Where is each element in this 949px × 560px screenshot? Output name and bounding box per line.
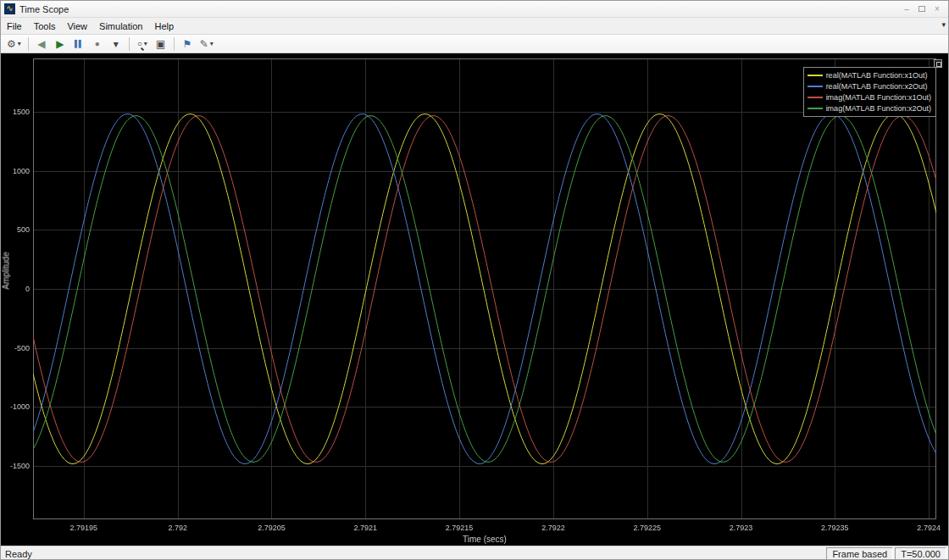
menubar: FileToolsViewSimulationHelp▾ [1,18,948,35]
play-button[interactable]: ▶ [52,36,69,52]
legend[interactable]: real(MATLAB Function:x1Out)real(MATLAB F… [803,67,936,117]
time-scope-window: ∿ Time Scope – × FileToolsViewSimulation… [0,0,949,560]
titlebar[interactable]: ∿ Time Scope – × [1,1,948,18]
window-title: Time Scope [19,4,69,14]
legend-line-sample [807,108,823,109]
pin-legend-button[interactable]: ⚑ [179,36,196,52]
maximize-icon [918,6,925,12]
rewind-icon: ◀ [37,36,45,52]
chevron-down-icon: ▾ [114,36,119,52]
toolbar-separator [129,37,130,51]
close-button[interactable]: × [930,3,945,16]
stop-button[interactable]: ● [89,36,106,52]
app-icon: ∿ [4,3,15,14]
menu-view[interactable]: View [61,19,93,33]
legend-line-sample [807,75,823,76]
gear-icon: ⚙ [7,36,16,52]
scope-plot-canvas[interactable] [1,53,949,546]
pause-button[interactable]: ▌▌ [70,36,87,52]
legend-item[interactable]: imag(MATLAB Function:x2Out) [807,103,931,114]
pause-icon: ▌▌ [75,36,82,52]
legend-label: real(MATLAB Function:x2Out) [826,82,928,91]
simulation-options-button[interactable]: ▾ [108,36,125,52]
legend-item[interactable]: imag(MATLAB Function:x1Out) [807,91,931,103]
x-axis-label: Time (secs) [463,535,507,544]
scope-settings-button[interactable]: ⚙▾ [4,36,24,52]
scope-figure: Amplitude Time (secs) real(MATLAB Functi… [1,53,949,546]
statusbar: Ready Frame based T=50.000 [1,546,948,560]
minimize-button[interactable]: – [899,3,914,16]
legend-item[interactable]: real(MATLAB Function:x2Out) [807,80,931,91]
menu-help[interactable]: Help [148,19,180,33]
y-axis-label: Amplitude [2,245,11,296]
status-right-panel: Frame based T=50.000 [824,547,946,560]
menu-simulation[interactable]: Simulation [93,19,148,33]
menu-file[interactable]: File [1,19,28,33]
pin-icon: ⚑ [182,36,191,52]
axes-dock-icon[interactable] [934,59,942,68]
measurements-icon: ✎ [200,36,208,52]
measurements-button[interactable]: ✎▾ [197,36,216,52]
play-icon: ▶ [56,36,64,52]
legend-item[interactable]: real(MATLAB Function:x1Out) [807,69,931,80]
scale-axes-button[interactable]: ▣ [153,36,169,52]
zoom-button[interactable]: ○▾ [134,36,151,52]
dropdown-caret-icon: ▾ [210,40,214,47]
menu-overflow-icon[interactable]: ▾ [941,20,946,29]
menu-tools[interactable]: Tools [28,19,62,33]
magnifier-icon: ○ [137,36,142,52]
legend-label: imag(MATLAB Function:x1Out) [826,93,931,102]
window-controls: – × [899,3,945,16]
legend-line-sample [807,86,823,87]
dropdown-caret-icon: ▾ [18,40,21,47]
dropdown-caret-icon: ▾ [144,40,147,47]
status-frame-mode: Frame based [826,547,893,560]
stop-icon: ● [95,36,100,52]
toolbar: ⚙▾◀▶▌▌●▾○▾▣⚑✎▾ [1,35,948,53]
legend-label: imag(MATLAB Function:x2Out) [826,104,931,113]
toolbar-separator [174,37,175,51]
legend-label: real(MATLAB Function:x1Out) [826,71,928,80]
status-sim-time: T=50.000 [895,547,946,560]
maximize-button[interactable] [914,3,930,16]
scale-axes-icon: ▣ [156,36,165,52]
rewind-button[interactable]: ◀ [33,36,50,52]
status-text: Ready [1,549,36,559]
toolbar-separator [28,37,29,51]
legend-line-sample [807,97,823,98]
